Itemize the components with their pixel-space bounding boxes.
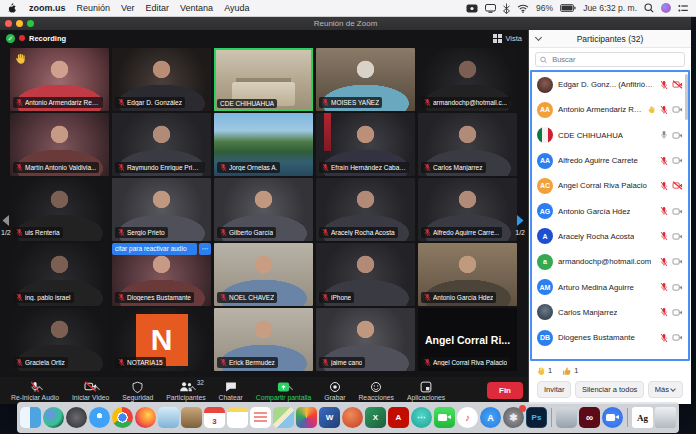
mic-icon[interactable] [660, 130, 668, 140]
window-title-bar[interactable]: Reunión de Zoom [0, 17, 691, 30]
video-tile[interactable]: Alfredo Aguirre Carre... [418, 178, 517, 241]
display-icon[interactable] [485, 4, 496, 13]
dock-facetime-icon[interactable] [434, 407, 455, 428]
menu-ayuda[interactable]: Ayuda [224, 3, 249, 13]
ask-to-unmute-tooltip[interactable]: citar para reactivar audio ⋯ [112, 243, 211, 255]
menu-reunion[interactable]: Reunión [77, 3, 111, 13]
muted-mic-icon[interactable] [660, 282, 668, 292]
dock-photoshop-icon[interactable]: Ps [526, 407, 547, 428]
spotlight-icon[interactable] [644, 3, 654, 13]
dock-finder-icon[interactable] [20, 407, 41, 428]
video-tile[interactable]: Sergio Prieto [112, 178, 211, 241]
dock-acrobat-icon[interactable]: A [388, 407, 409, 428]
bluetooth-icon[interactable] [503, 3, 510, 14]
dock-settings-icon[interactable]: ✱ [503, 407, 524, 428]
video-icon[interactable] [672, 105, 683, 114]
dock-music-icon[interactable]: ♪ [457, 407, 478, 428]
chevron-up-icon[interactable] [287, 385, 292, 390]
video-tile[interactable]: Edgar D. González [112, 48, 211, 111]
dock-zoom-icon[interactable] [602, 407, 623, 428]
raised-hand-reaction-count[interactable]: 1 [536, 366, 552, 376]
dock-excel-icon[interactable]: X [365, 407, 386, 428]
notification-center-icon[interactable] [678, 4, 688, 13]
video-tile[interactable]: Aracely Rocha Acosta [316, 178, 415, 241]
zoom-window-button[interactable] [27, 20, 34, 27]
video-tile[interactable]: Raymundo Enrique Priet... [112, 113, 211, 176]
apple-logo-icon[interactable] [8, 3, 18, 14]
dock-firefox-icon[interactable] [135, 407, 156, 428]
toolbar-re-iniciar-audio-button[interactable]: Re-Iniciar Audio [5, 377, 65, 404]
video-tile[interactable]: Antonio García Hdez [418, 243, 517, 306]
video-icon[interactable] [672, 207, 683, 216]
chevron-up-icon[interactable] [37, 385, 42, 390]
muted-mic-icon[interactable] [660, 181, 668, 191]
video-tile[interactable]: jaime cano [316, 308, 415, 371]
dock-word-icon[interactable]: W [319, 407, 340, 428]
dock-appstore-icon[interactable]: A [480, 407, 501, 428]
dock-preview-icon[interactable] [158, 407, 179, 428]
video-tile[interactable]: citar para reactivar audio ⋯ Diogenes Bu… [112, 243, 211, 306]
dock-notes-icon[interactable] [227, 407, 248, 428]
tooltip-text[interactable]: citar para reactivar audio [112, 243, 197, 255]
participant-row[interactable]: AMArturo Medina Aguirre [532, 274, 688, 299]
video-icon[interactable] [672, 283, 683, 292]
dock-safari-icon[interactable] [89, 407, 110, 428]
dock-contacts-icon[interactable] [181, 407, 202, 428]
thumbs-up-reaction-count[interactable]: 1 [562, 366, 578, 376]
menu-zoom-us[interactable]: zoom.us [29, 3, 66, 13]
muted-mic-icon[interactable] [660, 231, 668, 241]
wifi-icon[interactable] [517, 4, 529, 13]
previous-page-arrow-icon[interactable] [1, 214, 10, 227]
menu-editar[interactable]: Editar [146, 3, 170, 13]
participant-row[interactable]: ACAngel Corral Riva Palacio [532, 173, 688, 198]
video-tile[interactable]: N NOTARIA15 [112, 308, 211, 371]
toolbar-chatear-button[interactable]: Chatear [213, 377, 249, 404]
video-tile[interactable]: Efraín Hernández Cabal... [316, 113, 415, 176]
muted-mic-icon[interactable] [660, 206, 668, 216]
collapse-panel-icon[interactable] [536, 35, 542, 41]
toolbar-seguridad-button[interactable]: Seguridad [116, 377, 159, 404]
participant-row[interactable]: AGAntonio García Hdez [532, 198, 688, 223]
participant-row[interactable]: Carlos Manjarrez [532, 300, 688, 325]
video-tile[interactable]: Jorge Ornelas A. [214, 113, 313, 176]
view-button[interactable]: Vista [493, 34, 522, 43]
muted-mic-icon[interactable] [660, 80, 668, 90]
video-tile[interactable]: Erick Bermudez [214, 308, 313, 371]
dock-calendar-icon[interactable]: 3 [204, 407, 225, 428]
video-tile[interactable]: MOISES YAÑEZ [316, 48, 415, 111]
participant-row[interactable]: Edgar D. Gonz... (Anfitrión, yo) [532, 72, 688, 97]
dock-photos-icon[interactable] [296, 407, 317, 428]
video-tile[interactable]: Martín Antonio Valdivia... [10, 113, 109, 176]
participant-row[interactable]: AAracely Rocha Acosta [532, 224, 688, 249]
video-icon[interactable] [672, 308, 683, 317]
dock-reminders-icon[interactable] [250, 407, 271, 428]
video-tile[interactable]: Angel Corral Ri... Angel Corral Riva Pal… [418, 308, 517, 371]
video-icon[interactable] [672, 131, 683, 140]
dock-siri-icon[interactable] [43, 407, 64, 428]
toolbar-iniciar-video-button[interactable]: Iniciar Video [66, 377, 115, 404]
video-icon[interactable] [672, 257, 683, 266]
video-tile[interactable]: Antonio Armendariz Rey... [10, 48, 109, 111]
dock-launchpad-icon[interactable] [66, 407, 87, 428]
chevron-up-icon[interactable] [94, 385, 99, 390]
video-off-icon[interactable] [672, 181, 683, 190]
video-icon[interactable] [672, 333, 683, 342]
video-tile[interactable]: iPhone [316, 243, 415, 306]
participants-scrollbar[interactable] [685, 74, 688, 120]
dock-ag-icon[interactable]: Ag [632, 407, 653, 428]
participant-row[interactable]: DBDiogenes Bustamante [532, 325, 688, 350]
menu-ventana[interactable]: Ventana [180, 3, 213, 13]
tooltip-more-icon[interactable]: ⋯ [199, 243, 212, 255]
video-tile[interactable]: CDE CHIHUAHUA [214, 48, 313, 111]
toolbar-aplicaciones-button[interactable]: Aplicaciones [401, 377, 451, 404]
muted-mic-icon[interactable] [660, 333, 668, 343]
participants-search[interactable] [535, 52, 685, 67]
toolbar-reacciones-button[interactable]: Reacciones [352, 377, 400, 404]
participant-row[interactable]: aarmandochp@hotmail.com [532, 249, 688, 274]
toolbar-compartir-pantalla-button[interactable]: Compartir pantalla [250, 377, 318, 404]
search-input[interactable] [550, 54, 680, 65]
video-tile[interactable]: NOEL CHAVEZ [214, 243, 313, 306]
dock-shots-icon[interactable] [556, 407, 577, 428]
mute-all-button[interactable]: Silenciar a todos [575, 381, 644, 398]
video-icon[interactable] [672, 156, 683, 165]
